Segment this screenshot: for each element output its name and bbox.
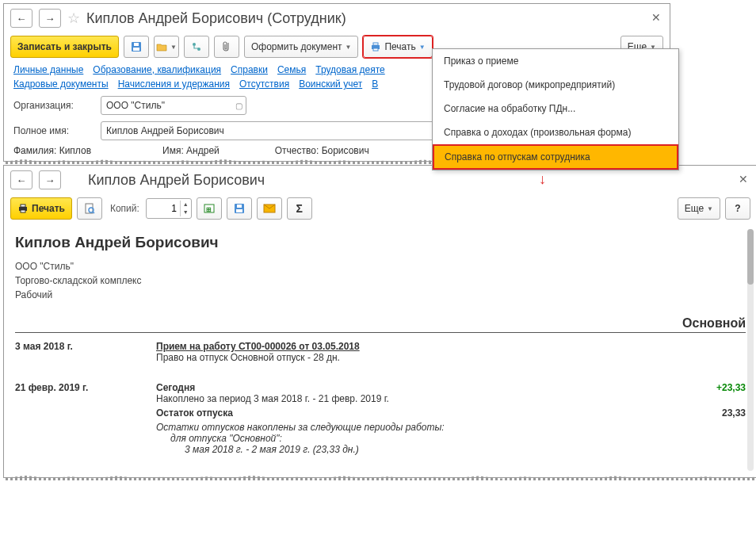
svg-rect-10 [21,210,25,212]
print-button[interactable]: Печать [10,197,72,220]
svg-point-3 [193,43,196,46]
tab-personal[interactable]: Личные данные [13,64,83,75]
fullname-label: Полное имя: [13,125,93,136]
report-window: ← → Киплов Андрей Борисович ✕ Печать Коп… [3,165,756,478]
svg-rect-1 [133,48,139,51]
scrollbar-thumb[interactable] [747,229,754,285]
org-line-2: Торгово-складской комплекс [15,273,746,288]
italic-line-1: Остатки отпусков накоплены за следующие … [156,422,746,433]
sum-button[interactable]: Σ [287,197,312,220]
copies-up[interactable]: ▲ [181,201,191,208]
row-sub: Накоплено за период 3 мая 2018 г. - 21 ф… [156,393,684,404]
report-row-hire: 3 мая 2018 г. Прием на работу СТ00-00002… [15,341,746,363]
row-head-link[interactable]: Прием на работу СТ00-000026 от 03.05.201… [156,341,746,352]
tab-references[interactable]: Справки [231,64,268,75]
report-row-balance: Остаток отпуска 23,33 [15,407,746,419]
report-italic-block: Остатки отпусков накоплены за следующие … [15,422,746,455]
row-head: Сегодня [156,382,684,393]
italic-line-3: 3 мая 2018 г. - 2 мая 2019 г. (23,33 дн.… [156,444,746,455]
save-button[interactable] [124,36,149,58]
surname-label: Фамилия: [13,145,56,156]
row-sub: Право на отпуск Основной отпуск - 28 дн. [156,352,746,363]
report-row-today: 21 февр. 2019 г. Сегодня Накоплено за пе… [15,382,746,404]
structure-button[interactable] [184,36,209,58]
copies-label: Копий: [107,203,141,214]
tab-labor-cut[interactable]: Трудовая деяте [315,64,384,75]
close-button[interactable]: ✕ [649,11,663,25]
italic-line-2: для отпуска "Основной": [156,433,746,444]
menu-item-hire-order[interactable]: Приказ о приеме [433,49,678,73]
menu-item-vacation-ref[interactable]: Справка по отпускам сотрудника [433,144,678,170]
tab-absences[interactable]: Отсутствия [239,78,289,90]
window-title-2: Киплов Андрей Борисович [88,172,265,189]
close-button-2[interactable]: ✕ [736,173,750,187]
menu-item-pdn-consent[interactable]: Согласие на обработку ПДн... [433,97,678,120]
copies-spinner[interactable]: ▲▼ [146,198,192,219]
attach-button[interactable] [214,36,239,58]
forward-button-2[interactable]: → [39,170,61,189]
report-org-block: ООО "Стиль" Торгово-складской комплекс Р… [15,259,746,302]
row-value: 23,33 [690,407,746,419]
titlebar: ← → ☆ Киплов Андрей Борисович (Сотрудник… [4,4,670,33]
org-label: Организация: [13,100,93,111]
favorite-star-icon[interactable]: ☆ [67,10,80,27]
firstname-label: Имя: [162,145,184,156]
row-head: Остаток отпуска [156,407,684,419]
printer-icon [17,204,29,213]
preview-button[interactable] [77,197,102,220]
svg-rect-6 [373,43,378,45]
svg-rect-17 [236,209,242,212]
email-button[interactable] [257,197,282,220]
report-title: Киплов Андрей Борисович [15,234,746,251]
svg-text:⊞: ⊞ [206,206,212,213]
report-toolbar: Печать Копий: ▲▼ ⊞ Σ Еще ▼ ? [4,194,756,223]
employee-card-window: ← → ☆ Киплов Андрей Борисович (Сотрудник… [3,3,670,162]
report-body: Киплов Андрей Борисович ООО "Стиль" Торг… [4,223,756,477]
folder-dropdown-button[interactable]: ▼ [154,36,179,58]
annotation-arrow-icon: ↓ [539,171,546,188]
svg-rect-2 [134,43,139,46]
org-input[interactable]: ООО "Стиль"▢ [101,96,246,115]
tab-hr-docs[interactable]: Кадровые документы [13,78,109,90]
save-close-button[interactable]: Записать и закрыть [10,36,119,58]
back-button-2[interactable]: ← [10,170,32,189]
export-excel-button[interactable]: ⊞ [197,197,222,220]
help-button[interactable]: ? [725,197,750,220]
open-reference-icon[interactable]: ▢ [235,101,242,110]
save-report-button[interactable] [227,197,252,220]
window-title: Киплов Андрей Борисович (Сотрудник) [86,10,346,27]
create-document-button[interactable]: Оформить документ ▼ [244,36,358,58]
org-line-1: ООО "Стиль" [15,259,746,273]
patronymic-value: Борисович [322,145,369,156]
printer-icon [370,42,381,52]
tab-education[interactable]: Образование, квалификация [93,64,221,75]
copies-down[interactable]: ▼ [181,208,191,216]
row-value: +23,33 [690,382,746,404]
report-section-header: Основной [15,316,746,333]
tab-family[interactable]: Семья [277,64,306,75]
back-button[interactable]: ← [10,9,32,28]
copies-input[interactable] [147,202,180,215]
tab-accruals[interactable]: Начисления и удержания [118,78,230,90]
forward-button[interactable]: → [39,9,61,28]
svg-rect-7 [373,48,378,51]
svg-rect-9 [21,205,25,207]
scrollbar[interactable] [747,229,754,471]
print-dropdown-menu: Приказ о приеме Трудовой договор (микроп… [432,48,679,170]
row-date: 21 февр. 2019 г. [15,382,150,404]
more-button-2[interactable]: Еще ▼ [678,197,720,220]
tab-cut[interactable]: В [372,78,378,90]
menu-item-income-ref[interactable]: Справка о доходах (произвольная форма) [433,120,678,144]
row-date: 3 мая 2018 г. [15,341,150,363]
fullname-input[interactable]: Киплов Андрей Борисович [101,121,445,140]
menu-item-labor-contract[interactable]: Трудовой договор (микропредприятий) [433,73,678,97]
print-dropdown-button[interactable]: Печать ▼ [363,36,432,58]
surname-value: Киплов [59,145,91,156]
tab-military[interactable]: Воинский учет [299,78,362,90]
firstname-value: Андрей [186,145,220,156]
svg-rect-18 [237,205,242,208]
patronymic-label: Отчество: [275,145,319,156]
org-line-3: Рабочий [15,288,746,302]
